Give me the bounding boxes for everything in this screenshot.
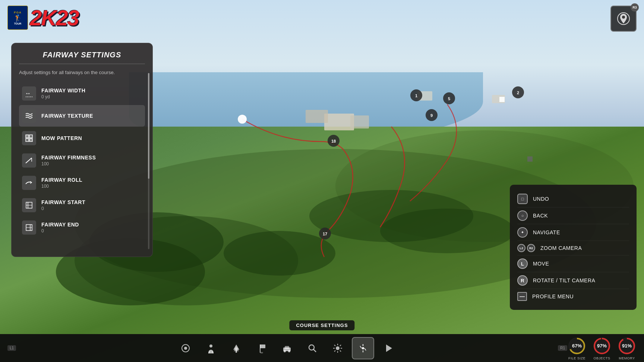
undo-button-icon: □: [517, 194, 528, 204]
svg-point-68: [362, 347, 364, 349]
svg-point-59: [336, 346, 340, 350]
r2-button: R2: [527, 244, 535, 252]
settings-list: ↔ FAIRWAY WIDTH 0 yd FAIRWAY TEXTURE: [19, 83, 145, 243]
toolbar-center: [16, 337, 558, 359]
mow-pattern-icon: [22, 131, 36, 145]
stat-objects: 97% OBJECTS: [592, 336, 612, 360]
fairway-width-label: FAIRWAY WIDTH: [41, 88, 85, 93]
memory-circle: 91%: [617, 336, 637, 356]
svg-point-56: [288, 350, 290, 352]
fairway-roll-value: 100: [41, 184, 82, 189]
pga-icon: 🏌: [14, 14, 22, 22]
fairway-start-text: FAIRWAY START 0: [41, 199, 85, 211]
scroll-thumb: [148, 73, 149, 179]
stat-memory: 91% MEMORY: [617, 336, 637, 360]
toolbar-character-btn[interactable]: [200, 337, 222, 359]
objects-value: 97%: [597, 343, 607, 349]
tour-text: TOUR: [14, 22, 22, 25]
map-icon: [617, 12, 630, 25]
back-label: BACK: [533, 213, 548, 219]
fairway-end-text: FAIRWAY END 0: [41, 222, 79, 234]
toolbar-play-btn[interactable]: [377, 337, 400, 359]
sun-icon: [332, 343, 343, 353]
svg-point-57: [309, 345, 314, 350]
svg-rect-50: [260, 344, 265, 348]
fairway-start-value: 0: [41, 206, 85, 211]
logo-area: PGA 🏌 TOUR 2K23: [7, 6, 79, 30]
setting-mow-pattern[interactable]: MOW PATTERN: [19, 127, 145, 149]
stats-area: 67% FILE SIZE 97% OBJECTS 91%: [567, 336, 637, 360]
fairway-texture-icon: [22, 109, 36, 123]
bottom-toolbar: L1: [0, 334, 644, 362]
panel-divider: [19, 64, 145, 64]
fairway-firmness-label: FAIRWAY FIRMNESS: [41, 155, 96, 161]
toolbar-search-btn[interactable]: [301, 337, 323, 359]
flag-icon: [256, 343, 267, 353]
setting-fairway-width[interactable]: ↔ FAIRWAY WIDTH 0 yd: [19, 83, 145, 104]
play-icon: [383, 343, 394, 353]
l1-badge: L1: [7, 345, 16, 351]
control-navigate: ✦ NAVIGATE: [517, 224, 629, 241]
setting-fairway-start[interactable]: FAIRWAY START 0: [19, 194, 145, 216]
panel-subtitle: Adjust settings for all fairways on the …: [19, 69, 145, 76]
camera-icon: [180, 343, 191, 353]
search-icon: [307, 343, 318, 353]
fairway-firmness-icon: [22, 153, 36, 168]
svg-point-44: [209, 344, 212, 347]
toolbar-vehicle-btn[interactable]: [276, 337, 298, 359]
setting-fairway-roll[interactable]: FAIRWAY ROLL 100: [19, 172, 145, 194]
map-icon-button[interactable]: R3: [610, 6, 637, 32]
svg-point-52: [260, 352, 263, 353]
fairway-roll-icon: [22, 176, 36, 190]
character-icon: [206, 343, 216, 353]
toolbar-course-settings-btn[interactable]: [352, 337, 374, 359]
pga-text: PGA: [14, 11, 21, 14]
toolbar-sun-btn[interactable]: [326, 337, 349, 359]
mow-pattern-label: MOW PATTERN: [41, 135, 82, 141]
scroll-bar[interactable]: [148, 73, 149, 249]
l-stick-icon: L: [517, 258, 528, 269]
navigate-label: NAVIGATE: [533, 229, 560, 235]
memory-value: 91%: [622, 343, 632, 349]
fairway-end-value: 0: [41, 228, 79, 234]
panel-title: FAIRWAY SETTINGS: [19, 51, 145, 59]
svg-rect-34: [26, 139, 29, 142]
toolbar-nature-btn[interactable]: [225, 337, 247, 359]
objects-label: OBJECTS: [593, 356, 610, 360]
undo-label: UNDO: [533, 196, 549, 202]
setting-edge[interactable]: EDGE 0: [19, 239, 145, 243]
fairway-end-icon: [22, 220, 36, 235]
svg-line-67: [334, 350, 335, 352]
file-size-value: 67%: [572, 343, 582, 349]
setting-fairway-end[interactable]: FAIRWAY END 0: [19, 217, 145, 238]
vehicle-icon: [282, 343, 292, 353]
r-stick-icon: R: [517, 275, 528, 286]
move-label: MOVE: [533, 261, 549, 267]
l2-button: L2: [517, 244, 525, 252]
k23-logo: 2K23: [30, 7, 79, 29]
svg-point-29: [622, 16, 625, 19]
toolbar-camera-btn[interactable]: [174, 337, 197, 359]
svg-line-65: [340, 350, 341, 352]
svg-point-55: [284, 350, 286, 352]
setting-fairway-firmness[interactable]: FAIRWAY FIRMNESS 100: [19, 150, 145, 171]
r1-badge: R1: [558, 345, 567, 351]
svg-line-66: [340, 345, 341, 346]
fairway-roll-label: FAIRWAY ROLL: [41, 177, 82, 183]
zoom-buttons: L2 R2: [517, 244, 535, 252]
svg-line-58: [313, 349, 316, 352]
fairway-texture-text: FAIRWAY TEXTURE: [41, 113, 93, 119]
control-zoom-camera: L2 R2 ZOOM CAMERA: [517, 241, 629, 255]
r3-badge: R3: [631, 3, 639, 12]
svg-text:↔: ↔: [25, 90, 31, 96]
course-settings-label: COURSE SETTINGS: [289, 320, 354, 330]
file-size-circle: 67%: [567, 336, 587, 356]
control-profile-menu: — PROFILE MENU: [517, 289, 629, 304]
toolbar-flag-btn[interactable]: [250, 337, 273, 359]
control-rotate-tilt: R ROTATE / TILT CAMERA: [517, 272, 629, 289]
setting-fairway-texture[interactable]: FAIRWAY TEXTURE: [19, 105, 145, 127]
control-undo: □ UNDO: [517, 191, 629, 207]
fairway-start-icon: [22, 198, 36, 212]
fairway-firmness-text: FAIRWAY FIRMNESS 100: [41, 155, 96, 166]
fairway-texture-label: FAIRWAY TEXTURE: [41, 113, 93, 119]
